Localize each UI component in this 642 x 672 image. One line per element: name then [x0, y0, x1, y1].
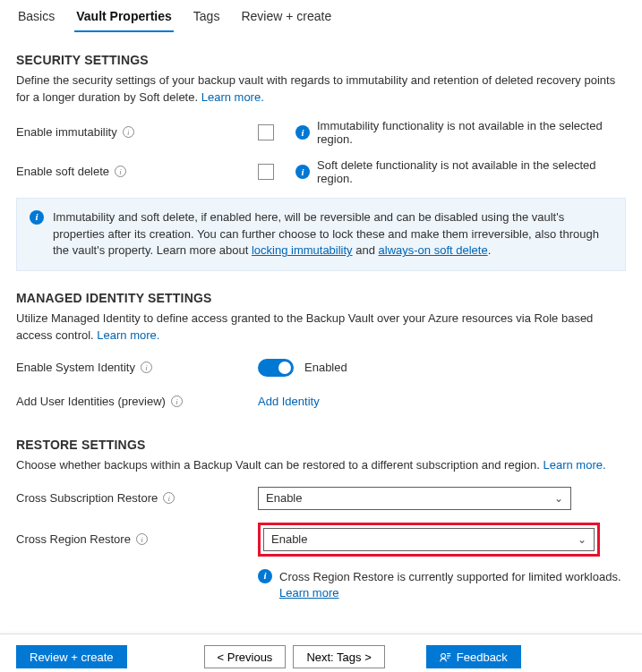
immutability-label: Enable immutability [16, 125, 117, 139]
soft-delete-checkbox[interactable] [258, 164, 274, 180]
chevron-down-icon: ⌄ [554, 492, 563, 505]
security-callout: i Immutability and soft delete, if enabl… [16, 198, 626, 272]
immutability-note: Immutability functionality is not availa… [317, 119, 626, 146]
info-icon[interactable]: i [136, 533, 148, 545]
info-icon: i [295, 165, 310, 179]
feedback-icon [440, 651, 451, 663]
soft-delete-label: Enable soft delete [16, 165, 109, 178]
tab-bar: Basics Vault Properties Tags Review + cr… [0, 0, 642, 33]
chevron-down-icon: ⌄ [578, 533, 586, 546]
security-learn-more-link[interactable]: Learn more. [201, 90, 264, 104]
info-icon: i [258, 569, 272, 583]
csr-select[interactable]: Enable ⌄ [258, 487, 571, 510]
security-desc: Define the security settings of your bac… [16, 72, 626, 106]
system-identity-toggle-text: Enabled [304, 361, 347, 374]
crr-note: i Cross Region Restore is currently supp… [258, 569, 626, 601]
info-icon[interactable]: i [115, 166, 126, 177]
system-identity-label: Enable System Identity [16, 361, 135, 374]
review-create-button[interactable]: Review + create [16, 645, 127, 668]
crr-label: Cross Region Restore [16, 532, 131, 546]
info-icon[interactable]: i [141, 362, 152, 373]
restore-desc: Choose whether backups within a Backup V… [16, 457, 626, 474]
security-heading: SECURITY SETTINGS [16, 53, 626, 67]
footer-bar: Review + create < Previous Next: Tags > … [0, 634, 642, 672]
crr-learn-more-link[interactable]: Learn more [279, 586, 338, 600]
identity-desc: Utilize Managed Identity to define acces… [16, 310, 626, 345]
locking-immutability-link[interactable]: locking immutability [252, 243, 353, 257]
crr-select[interactable]: Enable ⌄ [263, 528, 595, 551]
info-icon: i [295, 125, 310, 140]
info-icon[interactable]: i [163, 492, 175, 504]
soft-delete-note: Soft delete functionality is not availab… [317, 158, 626, 185]
info-icon: i [30, 210, 44, 225]
user-identities-label: Add User Identities (preview) [16, 395, 166, 408]
feedback-button[interactable]: Feedback [426, 645, 521, 668]
next-button[interactable]: Next: Tags > [293, 645, 384, 668]
always-on-soft-delete-link[interactable]: always-on soft delete [379, 243, 488, 257]
info-icon[interactable]: i [171, 396, 183, 407]
info-icon[interactable]: i [123, 126, 134, 138]
tab-vault-properties[interactable]: Vault Properties [74, 4, 174, 32]
identity-learn-more-link[interactable]: Learn more. [97, 328, 159, 342]
restore-heading: RESTORE SETTINGS [16, 438, 626, 452]
restore-learn-more-link[interactable]: Learn more. [544, 458, 606, 472]
svg-point-0 [441, 653, 445, 658]
identity-heading: MANAGED IDENTITY SETTINGS [16, 291, 626, 305]
crr-highlight: Enable ⌄ [258, 523, 600, 557]
tab-basics[interactable]: Basics [16, 4, 56, 32]
add-identity-link[interactable]: Add Identity [258, 395, 320, 408]
tab-review-create[interactable]: Review + create [239, 4, 333, 32]
system-identity-toggle[interactable] [258, 359, 294, 377]
csr-label: Cross Subscription Restore [16, 491, 158, 505]
tab-tags[interactable]: Tags [192, 4, 222, 32]
immutability-checkbox[interactable] [258, 124, 274, 140]
previous-button[interactable]: < Previous [204, 645, 287, 668]
